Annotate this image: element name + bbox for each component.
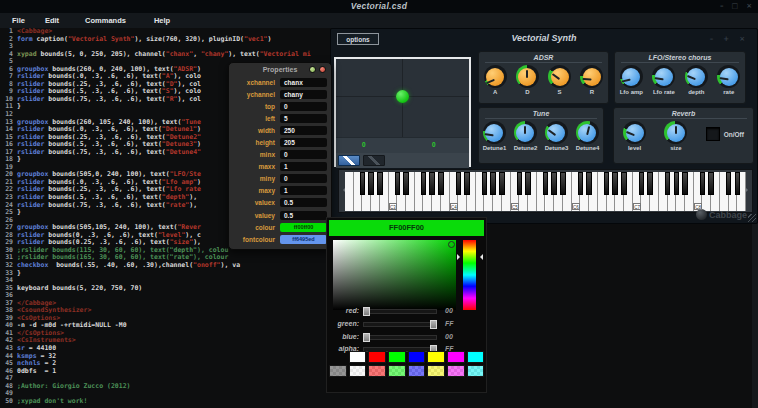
menu-edit[interactable]: Edit [39,16,65,25]
black-key[interactable] [726,172,732,195]
menu-help[interactable]: Help [148,16,176,25]
property-value-valuey[interactable]: 0.5 [280,211,327,220]
xy-pad-surface[interactable] [336,59,469,137]
colour-swatch-alpha[interactable] [427,365,445,377]
tune-knob-detune1[interactable] [483,121,506,144]
black-key[interactable] [499,172,505,195]
hue-arrow-left-icon[interactable] [457,254,463,260]
black-key[interactable] [456,172,462,195]
property-value-fontcolour[interactable]: ff6495ed [280,235,327,244]
minimize-icon[interactable]: – [720,2,724,11]
synth-minimize-icon[interactable]: – [710,36,714,43]
black-key[interactable] [665,172,671,195]
options-button[interactable]: options [337,33,379,45]
tune-knob-detune3[interactable] [545,121,568,144]
colour-swatch-alpha[interactable] [467,365,485,377]
black-key[interactable] [403,172,409,195]
property-value-colour[interactable]: ff00ff00 [280,223,327,232]
colour-swatch-alpha[interactable] [368,365,386,377]
colour-swatch[interactable] [368,351,386,363]
property-value-maxx[interactable]: 1 [280,162,327,171]
colour-swatch[interactable] [388,351,406,363]
hue-strip[interactable] [463,240,476,310]
black-key[interactable] [578,172,584,195]
colour-swatch-alpha[interactable] [408,365,426,377]
colour-swatch[interactable] [467,351,485,363]
lfo-knob-rate[interactable] [717,65,740,88]
reverb-knob-level[interactable] [623,121,646,144]
xy-pad[interactable]: 0 0 [334,57,471,167]
properties-apply-icon[interactable] [309,66,316,73]
black-key[interactable] [543,172,549,195]
black-key[interactable] [551,172,557,195]
adsr-knob-d[interactable] [516,65,539,88]
slider-track[interactable] [363,335,437,340]
colour-swatch-alpha[interactable] [388,365,406,377]
black-key[interactable] [639,172,645,195]
property-value-width[interactable]: 250 [280,126,327,135]
xy-automation-curve-button[interactable] [363,155,385,166]
property-value-maxy[interactable]: 1 [280,186,327,195]
black-key[interactable] [429,172,435,195]
colour-swatch[interactable] [447,351,465,363]
property-value-miny[interactable]: 0 [280,174,327,183]
colour-swatch[interactable] [349,351,367,363]
xy-automation-line-button[interactable] [338,155,360,166]
tune-knob-detune2[interactable] [514,121,537,144]
colour-swatch-alpha[interactable] [349,365,367,377]
black-key[interactable] [647,172,653,195]
colour-swatch-alpha[interactable] [329,365,347,377]
menu-commands[interactable]: Commands [79,16,132,25]
adsr-knob-r[interactable] [580,65,603,88]
property-value-xchannel[interactable]: chanx [280,78,327,87]
black-key[interactable] [612,172,618,195]
black-key[interactable] [517,172,523,195]
black-key[interactable] [482,172,488,195]
synth-close-icon[interactable]: × [739,36,745,43]
black-key[interactable] [682,172,688,195]
slider-thumb[interactable] [363,307,370,316]
xy-ball-handle[interactable] [396,90,409,103]
slider-thumb[interactable] [430,320,437,329]
property-value-minx[interactable]: 0 [280,150,327,159]
onoff-checkbox[interactable] [706,127,720,141]
synth-maximize-icon[interactable]: + [723,36,729,43]
reverb-knob-size[interactable] [664,121,687,144]
colour-swatch[interactable] [408,351,426,363]
black-key[interactable] [604,172,610,195]
slider-track[interactable] [363,309,437,314]
lfo-knob-lfo-rate[interactable] [652,65,675,88]
slider-thumb[interactable] [363,333,370,342]
maximize-icon[interactable]: □ [732,2,739,11]
property-value-valuex[interactable]: 0.5 [280,198,327,207]
adsr-knob-s[interactable] [548,65,571,88]
property-value-ychannel[interactable]: chany [280,90,327,99]
resize-grip-icon[interactable] [748,214,756,222]
black-key[interactable] [464,172,470,195]
property-value-top[interactable]: 0 [280,102,327,111]
black-key[interactable] [560,172,566,195]
property-value-height[interactable]: 205 [280,138,327,147]
black-key[interactable] [708,172,714,195]
black-key[interactable] [700,172,706,195]
colour-swatch[interactable] [427,351,445,363]
black-key[interactable] [377,172,383,195]
saturation-value-area[interactable] [333,240,456,310]
black-key[interactable] [421,172,427,195]
sv-marker-icon[interactable] [448,241,455,248]
hue-arrow-right-icon[interactable] [477,254,483,260]
colour-swatch-alpha[interactable] [447,365,465,377]
menu-file[interactable]: File [6,16,31,25]
black-key[interactable] [621,172,627,195]
property-value-left[interactable]: 5 [280,114,327,123]
black-key[interactable] [395,172,401,195]
black-key[interactable] [438,172,444,195]
slider-track[interactable] [363,322,437,327]
tune-knob-detune4[interactable] [576,121,599,144]
black-key[interactable] [360,172,366,195]
close-icon[interactable]: × [746,2,752,11]
lfo-knob-lfo-amp[interactable] [620,65,643,88]
lfo-knob-depth[interactable] [685,65,708,88]
black-key[interactable] [525,172,531,195]
adsr-knob-a[interactable] [484,65,507,88]
